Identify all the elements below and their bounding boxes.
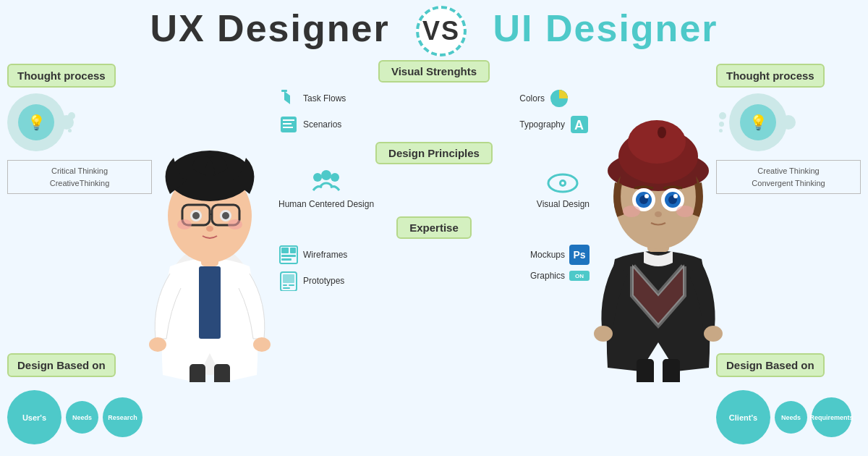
svg-rect-56 [290, 248, 296, 253]
research-circle: Research [103, 397, 142, 437]
svg-rect-1 [199, 266, 221, 339]
visual-design-label: Visual Design [537, 199, 590, 209]
right-circles-row: Client's Needs Requirements [716, 390, 861, 444]
main-content: Thought process 💡 Critical Thinking Crea… [0, 56, 868, 456]
graphics-row: Graphics ON [530, 271, 590, 281]
colors-row: Colors [519, 88, 590, 109]
svg-point-12 [177, 219, 192, 229]
requirements-label: Requirements [809, 414, 853, 421]
svg-rect-17 [190, 364, 205, 382]
prototypes-row: Prototypes [278, 271, 347, 291]
ux-character-svg [130, 78, 289, 382]
design-principles-section: Design Principles Human Centered Design [275, 142, 593, 209]
convergent-thinking-label: Convergent Thinking [752, 179, 825, 187]
expertise-right-col: Mockups Ps Graphics ON [530, 245, 590, 291]
svg-rect-18 [214, 364, 230, 382]
center-content: Visual Strenghts Task Flows [275, 60, 593, 297]
svg-point-48 [313, 173, 322, 182]
mockups-label: Mockups [530, 250, 565, 260]
task-flows-label: Task Flows [303, 93, 346, 104]
svg-rect-63 [283, 287, 290, 289]
svg-point-49 [321, 170, 331, 180]
svg-point-15 [149, 337, 166, 352]
creative-thinking-right: Creative Thinking [757, 166, 819, 175]
ui-character [571, 64, 745, 385]
ui-character-svg [571, 64, 745, 382]
visual-design-icon [547, 170, 579, 196]
scenarios-row: Scenarios [278, 114, 346, 135]
svg-point-13 [228, 219, 242, 229]
svg-text:A: A [574, 118, 584, 132]
svg-rect-60 [283, 274, 294, 283]
svg-rect-62 [289, 284, 294, 286]
left-bubble-circle: 💡 [7, 93, 65, 151]
photoshop-icon: Ps [569, 245, 590, 265]
human-centered-col: Human Centered Design [278, 170, 374, 209]
task-flows-row: Task Flows [278, 88, 346, 109]
expertise-box: Expertise [396, 216, 472, 239]
on-icon: ON [569, 271, 590, 281]
svg-point-33 [623, 206, 640, 217]
svg-point-24 [658, 127, 666, 138]
expertise-left-col: Wireframes Prototypes [278, 245, 347, 291]
typography-icon: A [569, 114, 590, 135]
svg-point-37 [704, 326, 723, 342]
ux-label: UX Designer [150, 7, 389, 49]
wireframes-label: Wireframes [303, 250, 347, 260]
ui-label: UI Designer [493, 7, 718, 49]
design-principles-box: Design Principles [375, 142, 493, 164]
svg-rect-58 [281, 258, 292, 261]
svg-rect-42 [283, 119, 294, 121]
research-label: Research [108, 414, 137, 421]
svg-point-34 [676, 206, 694, 217]
right-bubble-inner: 💡 [740, 104, 776, 140]
left-circles-row: User's Needs Research [7, 390, 152, 444]
svg-rect-55 [281, 248, 289, 253]
scenarios-icon [278, 114, 299, 135]
left-bubble-inner: 💡 [18, 104, 54, 140]
left-design-based-label: Design Based on [7, 353, 116, 377]
visual-strengths-section: Visual Strenghts Task Flows [275, 60, 593, 135]
needs-label-right: Needs [781, 414, 801, 421]
requirements-circle: Requirements [812, 397, 851, 437]
prototypes-label: Prototypes [303, 276, 344, 286]
human-centered-label: Human Centered Design [278, 199, 374, 209]
svg-point-31 [644, 194, 649, 198]
svg-rect-40 [281, 90, 287, 92]
prototypes-icon [278, 271, 299, 291]
critical-thinking-label: Critical Thinking [51, 166, 108, 175]
ux-character [130, 78, 289, 385]
svg-point-16 [253, 337, 271, 352]
vs-left-col: Task Flows Scenarios [278, 88, 346, 135]
vs-right-col: Colors Typography A [519, 88, 590, 135]
client-circle: Client's [716, 390, 770, 444]
svg-rect-38 [637, 359, 654, 382]
svg-rect-44 [283, 127, 293, 128]
colors-icon [549, 88, 569, 109]
graphics-label: Graphics [530, 271, 565, 281]
left-thought-process-label: Thought process [7, 64, 116, 88]
header: UX Designer VS UI Designer [0, 0, 868, 56]
svg-point-14 [206, 226, 213, 232]
needs-circle-right: Needs [775, 401, 807, 434]
svg-point-35 [655, 211, 662, 217]
visual-design-col: Visual Design [537, 170, 590, 209]
wireframes-row: Wireframes [278, 245, 347, 265]
mockups-row: Mockups Ps [530, 245, 590, 265]
svg-point-36 [594, 326, 613, 342]
expertise-items: Wireframes Prototypes [275, 245, 593, 291]
right-lightbulb-icon: 💡 [749, 114, 767, 131]
left-lightbulb-icon: 💡 [27, 114, 46, 131]
dot3 [68, 129, 72, 132]
needs-label-left: Needs [72, 414, 92, 421]
visual-strengths-box: Visual Strenghts [378, 60, 490, 83]
needs-circle-left: Needs [66, 401, 98, 434]
svg-point-11 [222, 212, 229, 219]
svg-point-32 [673, 194, 678, 198]
svg-rect-61 [283, 284, 287, 286]
svg-point-23 [628, 120, 686, 164]
typography-row: Typography A [519, 114, 590, 135]
colors-label: Colors [519, 93, 545, 104]
users-label: User's [22, 413, 46, 422]
svg-rect-57 [281, 255, 296, 257]
